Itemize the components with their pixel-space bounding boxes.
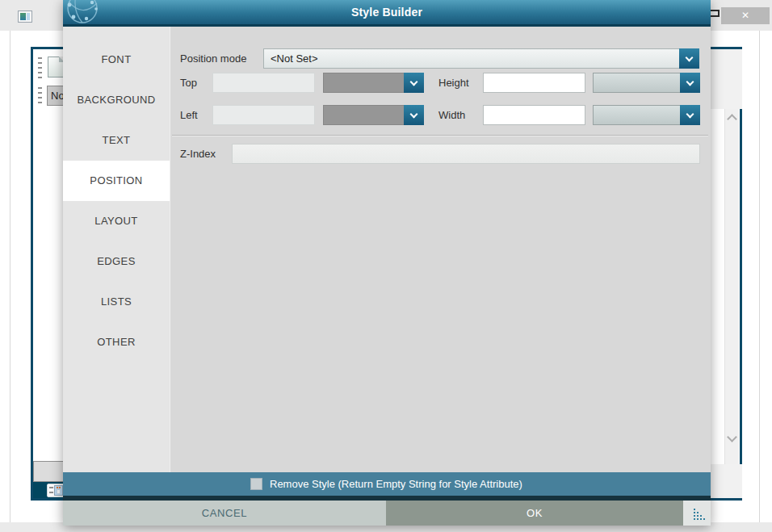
z-index-label: Z-Index	[180, 144, 216, 164]
top-unit-value	[323, 73, 404, 93]
image-icon-detail	[57, 489, 61, 494]
dropdown-button[interactable]	[680, 105, 700, 125]
screen: ✕ No	[0, 0, 772, 532]
window-frame-line	[10, 31, 10, 522]
image-icon[interactable]	[54, 485, 63, 496]
remove-style-label: Remove Style (Return Empty String for St…	[270, 472, 522, 496]
width-input[interactable]	[483, 105, 585, 125]
tab-background[interactable]: BACKGROUND	[63, 80, 170, 120]
dropdown-button[interactable]	[679, 48, 699, 69]
dropdown-button	[404, 73, 424, 93]
background-window-icon	[18, 10, 32, 23]
width-label: Width	[438, 105, 465, 125]
chevron-down-icon	[410, 77, 418, 86]
top-input	[212, 73, 315, 93]
resize-grip-icon	[703, 509, 705, 510]
scroll-up-icon[interactable]	[727, 114, 737, 124]
new-document-icon[interactable]	[48, 57, 65, 77]
position-mode-dropdown[interactable]: <Not Set>	[263, 48, 699, 69]
window-icon-fragment	[27, 13, 30, 20]
ok-button[interactable]: OK	[386, 501, 683, 526]
z-index-input[interactable]	[232, 144, 700, 164]
left-unit-dropdown	[323, 105, 424, 125]
window-icon-fragment	[20, 13, 26, 20]
chevron-down-icon	[686, 53, 694, 61]
close-button[interactable]: ✕	[721, 7, 770, 24]
top-label: Top	[180, 73, 197, 93]
height-unit-dropdown[interactable]	[593, 73, 700, 93]
background-mini-toolbar[interactable]	[47, 484, 65, 497]
tab-text[interactable]: TEXT	[63, 120, 170, 161]
height-unit-value	[593, 73, 680, 93]
scroll-down-icon[interactable]	[727, 432, 737, 442]
dialog-title: Style Builder	[63, 0, 711, 24]
window-frame-line	[759, 31, 760, 522]
toolstrip-grip[interactable]	[38, 57, 42, 78]
remove-style-checkbox[interactable]	[250, 478, 262, 490]
tab-edges[interactable]: EDGES	[63, 241, 170, 282]
tab-other[interactable]: OTHER	[63, 322, 170, 362]
close-icon: ✕	[741, 10, 749, 21]
vertical-scrollbar[interactable]	[724, 109, 739, 464]
image-icon-detail	[57, 487, 58, 488]
tab-position[interactable]: POSITION	[63, 161, 170, 201]
top-unit-dropdown	[323, 73, 424, 93]
left-label: Left	[180, 105, 198, 125]
dialog-titlebar[interactable]: Style Builder	[63, 0, 711, 27]
position-mode-value: <Not Set>	[263, 48, 679, 69]
tab-font[interactable]: FONT	[63, 40, 170, 80]
position-mode-label: Position mode	[180, 48, 246, 69]
width-unit-value	[593, 105, 680, 125]
tab-lists[interactable]: LISTS	[63, 282, 170, 322]
tab-layout[interactable]: LAYOUT	[63, 201, 170, 241]
chevron-down-icon	[686, 110, 694, 118]
section-divider	[172, 135, 708, 136]
toolstrip-grip[interactable]	[38, 87, 42, 105]
style-builder-dialog: Style Builder FONT BACKGROUND TEXT POSIT…	[63, 0, 711, 526]
image-icon-detail	[59, 487, 61, 488]
cancel-button[interactable]: CANCEL	[63, 501, 386, 526]
chevron-down-icon	[410, 110, 418, 118]
remove-style-bar: Remove Style (Return Empty String for St…	[63, 472, 711, 496]
left-input	[212, 105, 315, 125]
left-unit-value	[323, 105, 404, 125]
dropdown-button	[404, 105, 424, 125]
category-sidebar: FONT BACKGROUND TEXT POSITION LAYOUT EDG…	[63, 27, 170, 472]
height-label: Height	[438, 73, 469, 93]
height-input[interactable]	[483, 73, 585, 93]
chevron-down-icon	[686, 77, 694, 86]
resize-grip[interactable]	[683, 501, 711, 526]
dropdown-button[interactable]	[680, 73, 700, 93]
position-form: Position mode <Not Set> Top Height Left	[170, 27, 711, 472]
toolstrip-grip	[49, 487, 53, 496]
width-unit-dropdown[interactable]	[593, 105, 700, 125]
